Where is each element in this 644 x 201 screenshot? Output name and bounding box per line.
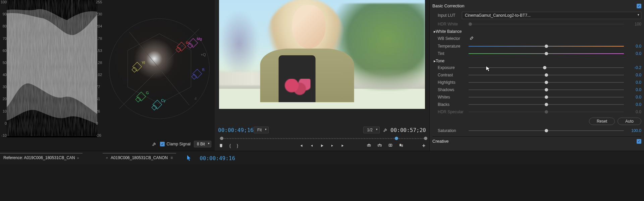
highlights-slider[interactable] [469, 80, 624, 85]
lift-icon[interactable] [367, 143, 371, 149]
svg-rect-5 [369, 145, 370, 146]
reference-tab[interactable]: Reference: A019C006_180531CB_CAN » [0, 153, 83, 162]
add-marker-icon[interactable] [219, 143, 223, 148]
video-frame [219, 0, 425, 109]
expand-icon[interactable]: » [77, 156, 79, 160]
close-icon[interactable]: × [106, 156, 108, 160]
button-editor-icon[interactable]: + [422, 143, 425, 149]
step-back-icon[interactable] [310, 144, 314, 148]
scrub-playhead[interactable] [395, 137, 398, 140]
lumetri-panel: Basic Correction ✓ Input LUT CinemaGamut… [429, 0, 644, 151]
highlights-value[interactable]: 0.0 [627, 80, 641, 85]
bit-depth-select[interactable]: 8 Bit [194, 141, 211, 147]
hdr-white-label: HDR White [438, 22, 466, 26]
contrast-value[interactable]: 0.0 [627, 73, 641, 77]
tint-label: Tint [438, 51, 466, 56]
saturation-label: Saturation [438, 128, 466, 133]
waveform-scope: 1009080706050403020100-10 25523020417815… [0, 0, 104, 151]
mark-out-icon[interactable]: } [237, 143, 238, 148]
shadows-label: Shadows [438, 87, 466, 92]
temperature-label: Temperature [438, 44, 466, 49]
go-to-out-icon[interactable] [340, 143, 345, 148]
svg-rect-4 [367, 145, 369, 146]
vectorscope-circle: RMgYlBGCy+Q-I [109, 18, 210, 119]
input-lut-label: Input LUT [438, 13, 459, 18]
checkbox-on-icon: ✓ [160, 142, 165, 146]
preview-viewport[interactable] [215, 0, 429, 124]
clamp-signal-checkbox[interactable]: ✓ Clamp Signal [160, 142, 191, 146]
export-frame-icon[interactable] [388, 143, 393, 149]
extract-icon[interactable] [377, 143, 382, 149]
vectorscope: RMgYlBGCy+Q-I [104, 0, 215, 137]
whites-slider[interactable] [469, 95, 624, 99]
temperature-slider[interactable] [469, 44, 624, 49]
go-to-in-icon[interactable] [299, 143, 304, 148]
hdr-white-value: 100 [627, 22, 641, 26]
svg-rect-8 [389, 144, 392, 146]
tint-slider[interactable] [469, 51, 624, 56]
bottom-bar: Reference: A019C006_180531CB_CAN » × A01… [0, 151, 644, 164]
highlights-label: Highlights [438, 80, 466, 85]
play-icon[interactable] [320, 143, 324, 148]
scopes-footer: ✓ Clamp Signal 8 Bit [152, 141, 211, 147]
waveform-axis-right: 2552302041781531281027751260-26 [96, 0, 104, 137]
wb-selector-label: WB Selector [438, 36, 466, 41]
wrench-icon[interactable] [152, 142, 157, 146]
svg-rect-10 [399, 144, 401, 146]
settings-wrench-icon[interactable] [383, 128, 388, 132]
shadows-value[interactable]: 0.0 [627, 87, 641, 92]
scopes-panel: 1009080706050403020100-10 25523020417815… [0, 0, 215, 151]
resolution-select[interactable]: 1/2 [363, 127, 380, 133]
eyedropper-icon[interactable] [469, 36, 474, 41]
saturation-value[interactable]: 100.0 [627, 128, 641, 133]
basic-correction-header[interactable]: Basic Correction ✓ [432, 1, 641, 10]
whites-label: Whites [438, 95, 466, 99]
timeline-timecode[interactable]: 00:00:49:16 [200, 155, 235, 161]
selection-tool-icon[interactable] [186, 154, 192, 161]
waveform-axis-left: 1009080706050403020100-10 [1, 0, 7, 137]
contrast-label: Contrast [438, 73, 466, 77]
temperature-value[interactable]: 0.0 [627, 44, 641, 49]
basic-correction-toggle[interactable]: ✓ [637, 4, 641, 8]
auto-button[interactable]: Auto [618, 118, 641, 125]
white-balance-header[interactable]: ▸White Balance [432, 28, 641, 35]
creative-toggle[interactable]: ✓ [637, 139, 641, 144]
svg-point-9 [390, 145, 391, 146]
waveform-canvas [7, 0, 97, 137]
timecode-out: 00:00:57;20 [390, 127, 426, 133]
timecode-in[interactable]: 00:00:49;16 [218, 127, 254, 133]
transport-controls: { } + [217, 141, 427, 148]
tone-header[interactable]: ▸Tone [432, 57, 641, 64]
sequence-tab[interactable]: × A019C006_180531CB_CANON ≡ [103, 153, 176, 162]
reset-button[interactable]: Reset [589, 118, 615, 125]
zoom-select[interactable]: Fit [254, 127, 269, 133]
step-forward-icon[interactable] [330, 144, 334, 148]
contrast-slider[interactable] [469, 73, 624, 77]
hdr-specular-label: HDR Specular [438, 110, 466, 114]
svg-rect-6 [378, 145, 379, 146]
blacks-label: Blacks [438, 102, 466, 107]
blacks-slider[interactable] [469, 102, 624, 107]
exposure-slider[interactable] [469, 65, 624, 70]
menu-icon[interactable]: ≡ [170, 155, 173, 160]
svg-rect-7 [380, 145, 381, 146]
shadows-slider[interactable] [469, 87, 624, 92]
saturation-slider[interactable] [469, 128, 624, 133]
creative-header[interactable]: Creative ✓ [432, 136, 641, 146]
mark-in-icon[interactable]: { [229, 143, 231, 148]
blacks-value[interactable]: 0.0 [627, 102, 641, 107]
comparison-view-icon[interactable] [399, 143, 404, 149]
timeline-scrubber[interactable] [218, 136, 426, 141]
exposure-value[interactable]: -0.2 [627, 65, 641, 70]
whites-value[interactable]: 0.0 [627, 95, 641, 99]
hdr-specular-value: 0.0 [627, 110, 641, 114]
hdr-specular-slider [469, 110, 624, 114]
svg-rect-11 [401, 144, 403, 147]
input-lut-select[interactable]: CinemaGamut_CanonLog2-to-BT7... [462, 12, 641, 19]
hdr-white-slider [469, 22, 624, 26]
tint-value[interactable]: 0.0 [627, 51, 641, 56]
exposure-label: Exposure [438, 65, 466, 70]
program-monitor: 00:00:49;16 Fit 1/2 00:00:57;20 { } [215, 0, 429, 151]
